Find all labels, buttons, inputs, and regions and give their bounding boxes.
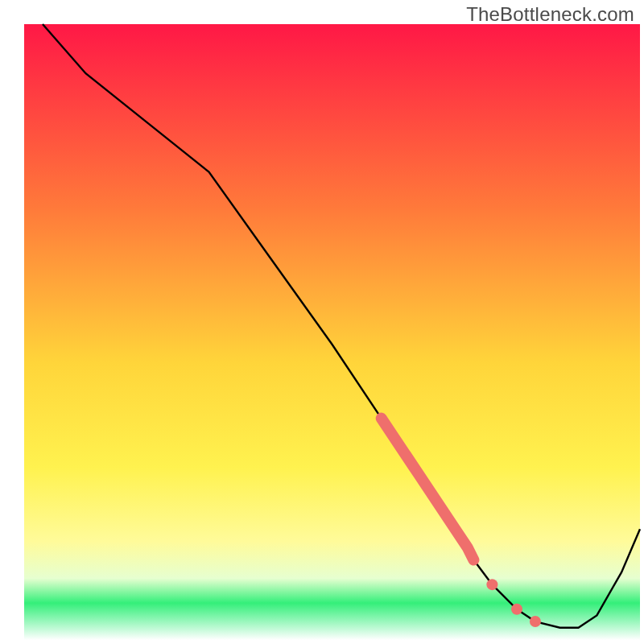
watermark-text: TheBottleneck.com <box>466 3 634 26</box>
marker-dot <box>530 616 541 627</box>
bottleneck-chart <box>0 0 644 644</box>
gradient-background <box>24 24 640 640</box>
chart-stage: TheBottleneck.com <box>0 0 644 644</box>
marker-dot <box>511 604 522 615</box>
marker-dot <box>486 579 497 590</box>
